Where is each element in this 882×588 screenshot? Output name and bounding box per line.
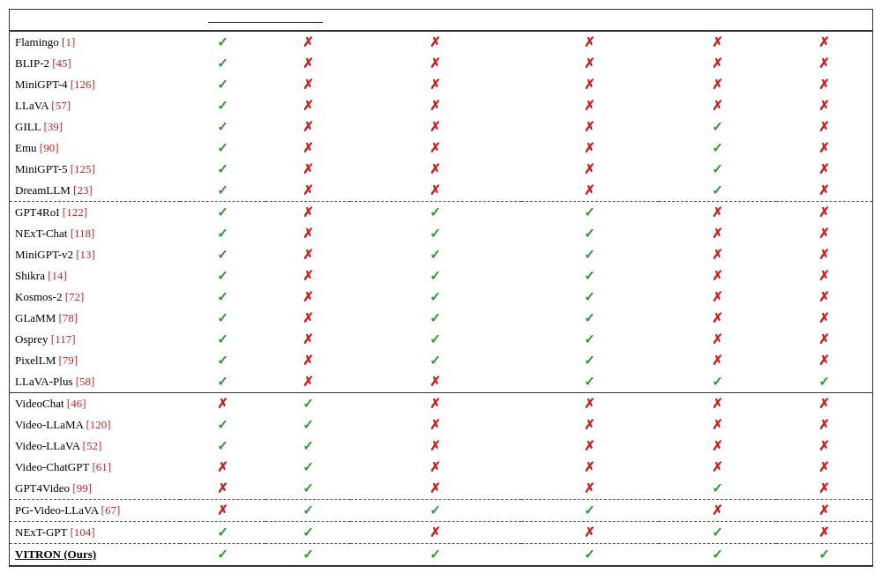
image-cell: ✓ bbox=[180, 223, 265, 244]
model-label: VideoChat bbox=[15, 397, 64, 410]
gen-cell: ✓ bbox=[659, 544, 776, 566]
video-cell: ✓ bbox=[265, 544, 351, 566]
gen-cell: ✗ bbox=[659, 350, 776, 371]
table-row: MiniGPT-4 [126] ✓ ✗ ✗ ✗ ✗ ✗ bbox=[10, 74, 872, 95]
seg-cell: ✓ bbox=[521, 244, 660, 265]
seg-cell: ✗ bbox=[521, 478, 660, 500]
table-row: GLaMM [78] ✓ ✗ ✓ ✓ ✗ ✗ bbox=[10, 308, 872, 329]
ref-label: [78] bbox=[58, 311, 78, 324]
header-row-top bbox=[10, 10, 872, 26]
seg-cell: ✗ bbox=[521, 414, 660, 435]
model-label: LLaVA-Plus bbox=[15, 375, 72, 388]
model-label: VITRON (Ours) bbox=[15, 547, 96, 561]
image-cell: ✓ bbox=[180, 308, 265, 329]
gen-cell: ✓ bbox=[659, 180, 776, 202]
image-cell: ✗ bbox=[180, 393, 265, 415]
model-name-cell: Video-ChatGPT [61] bbox=[10, 457, 180, 478]
table-row: GPT4Video [99] ✗ ✓ ✗ ✗ ✓ ✗ bbox=[10, 478, 872, 500]
image-cell: ✓ bbox=[180, 329, 265, 350]
gen-cell: ✓ bbox=[659, 522, 776, 544]
gen-cell: ✗ bbox=[659, 287, 776, 308]
image-cell: ✗ bbox=[180, 478, 265, 500]
ref-label: [99] bbox=[72, 481, 92, 495]
model-name-cell: LLaVA-Plus [58] bbox=[10, 371, 180, 393]
edit-cell: ✗ bbox=[776, 287, 872, 308]
edit-cell: ✗ bbox=[776, 180, 872, 202]
model-label: LLaVA bbox=[15, 99, 49, 112]
image-cell: ✓ bbox=[180, 435, 265, 457]
edit-cell: ✗ bbox=[776, 223, 872, 244]
table-row: Kosmos-2 [72] ✓ ✗ ✓ ✓ ✗ ✗ bbox=[10, 287, 872, 308]
video-cell: ✓ bbox=[265, 435, 351, 457]
model-label: GPT4RoI bbox=[15, 205, 60, 219]
seg-cell: ✓ bbox=[521, 329, 660, 350]
image-cell: ✓ bbox=[180, 287, 265, 308]
edit-cell: ✗ bbox=[776, 478, 872, 500]
edit-cell: ✗ bbox=[776, 329, 872, 350]
model-name-cell: PixelLM [79] bbox=[10, 350, 180, 371]
edit-cell: ✗ bbox=[776, 350, 872, 371]
ref-label: [52] bbox=[83, 439, 102, 452]
ref-label: [45] bbox=[52, 56, 71, 70]
gen-header bbox=[659, 10, 776, 31]
pixel-cell: ✗ bbox=[350, 478, 520, 500]
video-cell: ✗ bbox=[265, 180, 351, 202]
model-label: NExT-Chat bbox=[15, 227, 67, 240]
edit-cell: ✗ bbox=[776, 74, 872, 95]
table-row: BLIP-2 [45] ✓ ✗ ✗ ✗ ✗ ✗ bbox=[10, 53, 872, 74]
model-label: Kosmos-2 bbox=[15, 290, 62, 303]
image-cell: ✓ bbox=[180, 74, 265, 95]
table-row: Flamingo [1] ✓ ✗ ✗ ✗ ✗ ✗ bbox=[10, 31, 872, 53]
model-label: MiniGPT-4 bbox=[15, 78, 67, 91]
model-name-cell: GILL [39] bbox=[10, 116, 180, 138]
video-cell: ✗ bbox=[265, 371, 351, 393]
pixel-cell: ✓ bbox=[350, 329, 520, 350]
model-label: Emu bbox=[15, 141, 37, 154]
seg-cell: ✗ bbox=[521, 53, 660, 74]
seg-cell: ✗ bbox=[521, 457, 660, 478]
model-label: Video-ChatGPT bbox=[15, 460, 89, 473]
pixel-cell: ✗ bbox=[350, 435, 520, 457]
image-cell: ✓ bbox=[180, 180, 265, 202]
video-cell: ✗ bbox=[265, 53, 351, 74]
image-cell: ✓ bbox=[180, 265, 265, 287]
gen-cell: ✓ bbox=[659, 138, 776, 159]
pixel-cell: ✗ bbox=[350, 53, 520, 74]
pixel-cell: ✗ bbox=[350, 393, 520, 415]
seg-cell: ✓ bbox=[521, 265, 660, 287]
video-cell: ✗ bbox=[265, 350, 351, 371]
gen-cell: ✗ bbox=[659, 393, 776, 415]
ref-label: [1] bbox=[62, 35, 75, 48]
ref-label: [104] bbox=[70, 525, 94, 539]
model-name-cell: PG-Video-LLaVA [67] bbox=[10, 500, 180, 522]
model-label: MiniGPT-5 bbox=[15, 162, 67, 175]
ref-label: [125] bbox=[71, 162, 95, 175]
video-cell: ✗ bbox=[265, 329, 351, 350]
image-cell: ✓ bbox=[180, 522, 265, 544]
gen-cell: ✗ bbox=[659, 202, 776, 224]
image-cell: ✗ bbox=[180, 500, 265, 522]
pixel-cell: ✗ bbox=[350, 522, 520, 544]
ref-label: [46] bbox=[67, 397, 86, 410]
seg-cell: ✗ bbox=[521, 95, 660, 116]
edit-cell: ✗ bbox=[776, 116, 872, 138]
model-name-cell: Emu [90] bbox=[10, 138, 180, 159]
pixel-cell: ✓ bbox=[350, 500, 520, 522]
pixel-cell: ✗ bbox=[350, 116, 520, 138]
edit-cell: ✗ bbox=[776, 244, 872, 265]
model-label: Flamingo bbox=[15, 35, 59, 48]
seg-cell: ✓ bbox=[521, 500, 660, 522]
model-label: GPT4Video bbox=[15, 481, 70, 495]
seg-cell: ✓ bbox=[521, 223, 660, 244]
edit-cell: ✗ bbox=[776, 393, 872, 415]
table-body: Flamingo [1] ✓ ✗ ✗ ✗ ✗ ✗ BLIP-2 [45] ✓ ✗… bbox=[10, 31, 872, 566]
model-name-cell: Osprey [117] bbox=[10, 329, 180, 350]
gen-cell: ✗ bbox=[659, 95, 776, 116]
table-row: Osprey [117] ✓ ✗ ✓ ✓ ✗ ✗ bbox=[10, 329, 872, 350]
video-cell: ✓ bbox=[265, 500, 351, 522]
image-cell: ✓ bbox=[180, 53, 265, 74]
table-row: PG-Video-LLaVA [67] ✗ ✓ ✓ ✓ ✗ ✗ bbox=[10, 500, 872, 522]
model-name-cell: Shikra [14] bbox=[10, 265, 180, 287]
video-cell: ✗ bbox=[265, 223, 351, 244]
model-name-cell: GLaMM [78] bbox=[10, 308, 180, 329]
